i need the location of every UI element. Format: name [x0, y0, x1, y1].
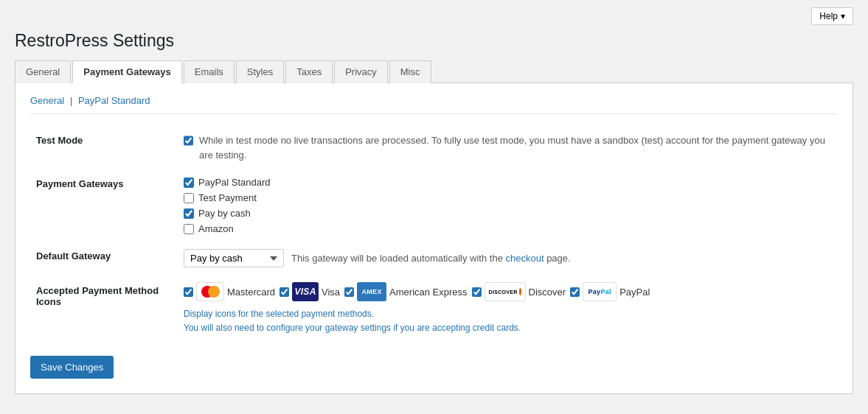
- paypal-icons-item: PayPal PayPal: [570, 282, 650, 301]
- gateway-amazon-item: Amazon: [184, 223, 832, 234]
- section-nav: General | PayPal Standard: [30, 95, 838, 114]
- save-changes-button[interactable]: Save Changes: [30, 356, 114, 379]
- tab-privacy[interactable]: Privacy: [334, 60, 388, 83]
- tab-payment-gateways[interactable]: Payment Gateways: [72, 60, 182, 83]
- section-separator: |: [70, 95, 72, 106]
- tab-styles[interactable]: Styles: [236, 60, 284, 83]
- visa-icon: VISA: [292, 282, 319, 301]
- help-label: Help: [819, 11, 838, 21]
- tabs-bar: General Payment Gateways Emails Styles T…: [15, 60, 853, 83]
- discover-checkbox[interactable]: [472, 287, 482, 297]
- help-button[interactable]: Help ▾: [811, 7, 853, 25]
- paypal-icons-checkbox[interactable]: [570, 287, 580, 297]
- payment-gateways-group: PayPal Standard Test Payment Pay by cash: [184, 177, 832, 234]
- amex-checkbox[interactable]: [344, 287, 354, 297]
- test-mode-row: Test Mode While in test mode no live tra…: [30, 126, 838, 169]
- accepted-payment-row: Accepted Payment MethodIcons: [30, 275, 838, 343]
- gateway-cash-item: Pay by cash: [184, 208, 832, 219]
- test-mode-checkbox[interactable]: [184, 136, 193, 146]
- visa-item: VISA Visa: [280, 282, 340, 301]
- section-nav-paypal[interactable]: PayPal Standard: [78, 95, 150, 106]
- gateway-paypal-item: PayPal Standard: [184, 177, 832, 188]
- tab-emails[interactable]: Emails: [184, 60, 235, 83]
- payment-icons-row: Mastercard VISA Visa: [184, 282, 832, 301]
- default-gateway-select[interactable]: PayPal Standard Pay by cash: [184, 249, 284, 267]
- gateway-amazon-label: Amazon: [198, 223, 234, 234]
- default-gateway-control-cell: PayPal Standard Pay by cash This gateway…: [178, 242, 838, 275]
- mastercard-checkbox[interactable]: [184, 287, 193, 297]
- mastercard-icon: [196, 282, 224, 301]
- payment-gateways-label: Payment Gateways: [36, 178, 124, 189]
- test-mode-label: Test Mode: [36, 135, 83, 146]
- paypal-icons-label: PayPal: [619, 287, 650, 298]
- test-mode-control-cell: While in test mode no live transactions …: [178, 126, 838, 169]
- gateway-paypal-checkbox[interactable]: [184, 178, 194, 188]
- gateway-test-label: Test Payment: [198, 192, 257, 203]
- payment-icons-note1: Display icons for the selected payment m…: [184, 307, 832, 321]
- payment-gateways-control-cell: PayPal Standard Test Payment Pay by cash: [178, 169, 838, 242]
- gateway-amazon-checkbox[interactable]: [184, 224, 194, 234]
- discover-item: DISCOVER Discover: [472, 282, 566, 301]
- content-area: General | PayPal Standard Test Mode Whil…: [15, 83, 853, 394]
- payment-gateways-label-cell: Payment Gateways: [30, 169, 178, 242]
- payment-icons-note2: You will also need to configure your gat…: [184, 321, 832, 335]
- mastercard-label: Mastercard: [227, 287, 275, 298]
- amex-icon: AMEX: [357, 282, 386, 301]
- tab-general[interactable]: General: [15, 60, 71, 83]
- tab-misc[interactable]: Misc: [389, 60, 431, 83]
- amex-label: American Express: [389, 287, 467, 298]
- visa-checkbox[interactable]: [280, 287, 289, 297]
- gateway-test-checkbox[interactable]: [184, 193, 194, 203]
- chevron-down-icon: ▾: [841, 11, 845, 21]
- default-gateway-wrapper: PayPal Standard Pay by cash This gateway…: [184, 249, 832, 267]
- page-title: RestroPress Settings: [15, 31, 853, 51]
- visa-label: Visa: [322, 287, 340, 298]
- discover-icon: DISCOVER: [485, 282, 526, 301]
- payment-gateways-row: Payment Gateways PayPal Standard Test Pa…: [30, 169, 838, 242]
- section-nav-general[interactable]: General: [30, 95, 64, 106]
- mastercard-item: Mastercard: [184, 282, 275, 301]
- accepted-payment-label: Accepted Payment MethodIcons: [36, 285, 159, 307]
- gateway-test-item: Test Payment: [184, 192, 832, 203]
- tab-taxes[interactable]: Taxes: [285, 60, 333, 83]
- default-gateway-hint: This gateway will be loaded automaticall…: [291, 253, 571, 264]
- checkout-link[interactable]: checkout: [505, 253, 544, 264]
- default-gateway-label-cell: Default Gateway: [30, 242, 178, 275]
- gateway-cash-label: Pay by cash: [198, 208, 251, 219]
- default-gateway-row: Default Gateway PayPal Standard Pay by c…: [30, 242, 838, 275]
- gateway-paypal-label: PayPal Standard: [198, 177, 271, 188]
- test-mode-description: While in test mode no live transactions …: [199, 133, 832, 162]
- accepted-payment-label-cell: Accepted Payment MethodIcons: [30, 275, 178, 343]
- gateway-cash-checkbox[interactable]: [184, 208, 194, 219]
- payment-icons-notes: Display icons for the selected payment m…: [184, 307, 832, 335]
- default-gateway-label: Default Gateway: [36, 250, 111, 262]
- test-mode-label-cell: Test Mode: [30, 126, 178, 169]
- accepted-payment-control-cell: Mastercard VISA Visa: [178, 275, 838, 343]
- discover-label: Discover: [529, 287, 566, 298]
- settings-table: Test Mode While in test mode no live tra…: [30, 126, 838, 343]
- amex-item: AMEX American Express: [344, 282, 467, 301]
- paypal-icon: PayPal: [583, 282, 617, 301]
